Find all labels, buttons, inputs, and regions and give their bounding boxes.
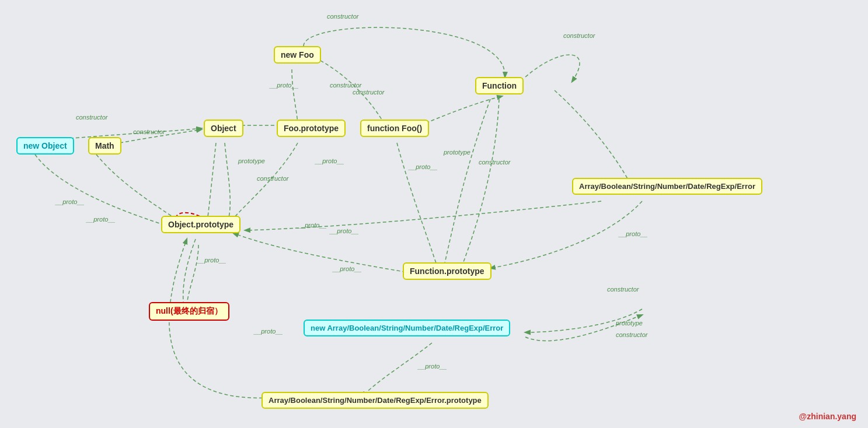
- node-array-proto: Array/Boolean/String/Number/Date/RegExp/…: [262, 392, 489, 409]
- label-prototype-obj: prototype: [238, 157, 265, 164]
- label-proto-null: __proto__: [254, 328, 283, 335]
- label-constructor-math: constructor: [133, 128, 165, 135]
- label-proto-objpr2: __proto__: [330, 227, 359, 234]
- node-new-object: new Object: [16, 137, 74, 155]
- label-constructor-newarr: constructor: [616, 331, 647, 338]
- label-proto-math: __proto__: [86, 216, 116, 223]
- label-proto-fnpr: __proto__: [333, 265, 362, 272]
- node-new-foo: new Foo: [274, 46, 321, 64]
- label-constructor-obj2: constructor: [257, 175, 288, 182]
- node-function: Function: [475, 77, 524, 94]
- node-object: Object: [204, 120, 243, 137]
- label-proto-fnfoo: __proto__: [409, 163, 438, 170]
- label-constructor2-newfoo: constructor: [353, 89, 384, 96]
- label-proto-objpr: __proto__: [298, 222, 327, 229]
- label-constructor-fn-self: constructor: [563, 32, 595, 39]
- label-proto-objpr3: __proto__: [197, 257, 226, 264]
- label-constructor-newobj: constructor: [76, 114, 107, 121]
- label-constructor-fnfoo: constructor: [479, 159, 510, 166]
- label-constructor-fnpr: constructor: [607, 286, 639, 293]
- node-function-prototype: Function.prototype: [403, 262, 491, 280]
- node-math: Math: [88, 137, 121, 155]
- node-function-foo: function Foo(): [360, 120, 429, 137]
- label-constructor-newfoo: constructor: [330, 82, 361, 89]
- node-new-array-etc: new Array/Boolean/String/Number/Date/Reg…: [304, 320, 510, 336]
- label-prototype-fnfoo: prototype: [444, 149, 470, 156]
- node-foo-prototype: Foo.prototype: [277, 120, 346, 137]
- label-proto-newobj: __proto__: [55, 198, 85, 205]
- label-proto-array: __proto__: [619, 230, 648, 237]
- watermark: @zhinian.yang: [799, 412, 856, 421]
- label-proto-newarr: __proto__: [418, 363, 447, 370]
- label-prototype-newarr: prototype: [616, 320, 643, 327]
- label-constructor-top: constructor: [327, 13, 358, 20]
- label-proto-newfoo: __proto__: [270, 82, 299, 89]
- node-array-bool-etc: Array/Boolean/String/Number/Date/RegExp/…: [572, 178, 762, 195]
- diagram-container: constructor constructor __proto__ constr…: [0, 0, 868, 428]
- node-null: null(最终的归宿）: [149, 302, 229, 321]
- node-object-prototype: Object.prototype: [161, 216, 240, 233]
- label-proto-foopr: __proto__: [315, 157, 344, 164]
